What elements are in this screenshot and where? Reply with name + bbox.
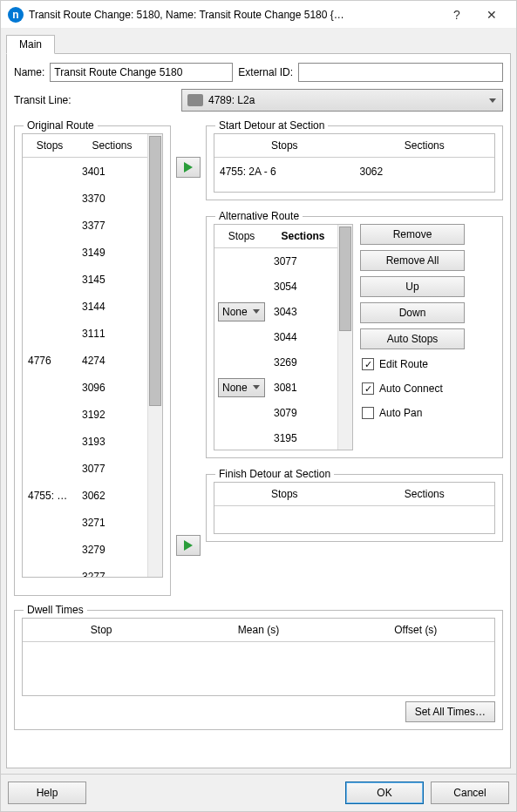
original-route-table[interactable]: Stops Sections 3401337033773149314531443… [22, 133, 163, 578]
name-input[interactable] [50, 63, 233, 82]
auto-stops-button[interactable]: Auto Stops [360, 328, 465, 349]
table-row[interactable]: 3111 [23, 320, 147, 347]
start-detour-group: Start Detour at Section Stops Sections 4… [206, 125, 503, 200]
table-row[interactable]: 3370 [23, 185, 147, 212]
sections-header: Sections [77, 134, 147, 157]
section-cell: 3043 [269, 306, 337, 318]
external-id-label: External ID: [238, 66, 293, 78]
remove-button[interactable]: Remove [360, 224, 465, 245]
remove-all-button[interactable]: Remove All [360, 250, 465, 271]
finish-detour-assign-button[interactable] [176, 535, 201, 556]
table-row[interactable]: 3077 [214, 248, 337, 274]
scrollbar-thumb[interactable] [339, 227, 351, 331]
scrollbar-thumb[interactable] [149, 136, 161, 406]
table-row[interactable]: None3043 [214, 299, 337, 324]
down-button[interactable]: Down [360, 302, 465, 323]
name-row: Name: External ID: [14, 63, 503, 82]
section-cell: 3144 [77, 301, 147, 313]
set-all-times-button[interactable]: Set All Times… [405, 701, 495, 722]
help-titlebar-button[interactable]: ? [439, 1, 474, 29]
table-row[interactable]: 3277 [23, 563, 147, 577]
auto-pan-label: Auto Pan [379, 407, 422, 419]
ok-button[interactable]: OK [345, 782, 424, 804]
table-row[interactable]: 3401 [23, 158, 147, 185]
table-row[interactable]: 3195 [214, 425, 337, 450]
dwell-times-legend: Dwell Times [24, 604, 87, 616]
chevron-down-icon [252, 383, 261, 392]
section-cell: 3401 [77, 166, 147, 178]
section-cell: 3077 [77, 463, 147, 475]
edit-route-label: Edit Route [379, 358, 428, 370]
transit-line-label: Transit Line: [14, 94, 176, 106]
table-row[interactable]: 47764274 [23, 347, 147, 374]
finish-detour-table[interactable]: Stops Sections [214, 482, 495, 534]
table-row[interactable]: 3192 [23, 401, 147, 428]
table-row[interactable]: 4755: …3062 [23, 482, 147, 509]
section-cell: 3054 [269, 281, 337, 293]
external-id-input[interactable] [298, 63, 503, 82]
dwell-times-table[interactable]: Stop Mean (s) Offset (s) [22, 618, 495, 696]
stop-cell: None [214, 302, 269, 321]
section-cell: 3079 [269, 407, 337, 419]
up-button[interactable]: Up [360, 276, 465, 297]
start-detour-assign-button[interactable] [176, 157, 201, 178]
chevron-down-icon [488, 96, 497, 105]
stops-header: Stops [214, 225, 269, 247]
client-area: Main Name: External ID: Transit Line: 47… [1, 29, 516, 774]
stop-combo[interactable]: None [218, 302, 265, 321]
section-cell: 3111 [77, 328, 147, 340]
table-row[interactable]: 4755: 2A - 6 3062 [214, 158, 494, 185]
table-row[interactable]: 3279 [23, 536, 147, 563]
original-route-body: Stops Sections 3401337033773149314531443… [23, 134, 147, 577]
alternative-route-table[interactable]: Stops Sections 30773054None304330443269N… [214, 224, 353, 450]
mean-header: Mean (s) [180, 619, 337, 641]
section-cell: 3279 [77, 544, 147, 556]
alternative-route-group: Alternative Route Stops Sections 3077305… [206, 216, 503, 458]
auto-pan-checkbox[interactable]: Auto Pan [360, 403, 495, 423]
cancel-button[interactable]: Cancel [431, 782, 509, 804]
original-scrollbar[interactable] [147, 134, 162, 577]
transit-line-select[interactable]: 4789: L2a [181, 89, 503, 112]
table-row[interactable]: 3077 [23, 455, 147, 482]
table-row[interactable]: 3149 [23, 239, 147, 266]
table-row[interactable]: 3145 [23, 266, 147, 293]
table-row[interactable]: 3054 [214, 274, 337, 299]
tabstrip: Main [6, 34, 511, 54]
original-route-group: Original Route Stops Sections 3401337033… [14, 125, 171, 596]
table-row[interactable]: 3096 [23, 374, 147, 401]
alternative-scrollbar[interactable] [337, 225, 352, 450]
stop-cell: None [214, 378, 269, 397]
table-row[interactable]: 3079 [214, 400, 337, 425]
original-route-legend: Original Route [24, 119, 98, 132]
sections-header: Sections [355, 483, 495, 505]
finish-detour-group: Finish Detour at Section Stops Sections [206, 474, 503, 542]
stop-combo[interactable]: None [218, 378, 265, 397]
section-cell: 3195 [269, 432, 337, 444]
sections-header: Sections [269, 225, 337, 247]
section-cell: 4274 [77, 355, 147, 367]
edit-route-checkbox[interactable]: ✓ Edit Route [360, 355, 495, 374]
finish-detour-legend: Finish Detour at Section [215, 468, 334, 480]
table-row[interactable]: 3144 [23, 293, 147, 320]
start-detour-stop: 4755: 2A - 6 [214, 162, 355, 181]
table-row[interactable]: 3193 [23, 428, 147, 455]
help-button[interactable]: Help [8, 782, 86, 804]
table-row[interactable]: 3377 [23, 212, 147, 239]
window-title: Transit Route Change: 5180, Name: Transi… [29, 9, 439, 21]
table-row[interactable]: None3081 [214, 375, 337, 400]
auto-connect-checkbox[interactable]: ✓ Auto Connect [360, 379, 495, 398]
section-cell: 3370 [77, 193, 147, 205]
tab-main[interactable]: Main [6, 35, 55, 54]
section-cell: 3192 [77, 409, 147, 421]
close-button[interactable]: ✕ [474, 1, 509, 29]
start-detour-table[interactable]: Stops Sections 4755: 2A - 6 3062 [214, 133, 495, 193]
checkbox-icon: ✓ [362, 382, 374, 395]
section-cell: 3377 [77, 220, 147, 232]
stops-header: Stops [214, 134, 355, 157]
arrow-right-icon [184, 162, 193, 173]
table-row[interactable]: 3271 [23, 509, 147, 536]
mid-grid: Original Route Stops Sections 3401337033… [14, 118, 503, 596]
start-detour-section: 3062 [355, 162, 495, 181]
table-row[interactable]: 3269 [214, 349, 337, 375]
table-row[interactable]: 3044 [214, 324, 337, 349]
